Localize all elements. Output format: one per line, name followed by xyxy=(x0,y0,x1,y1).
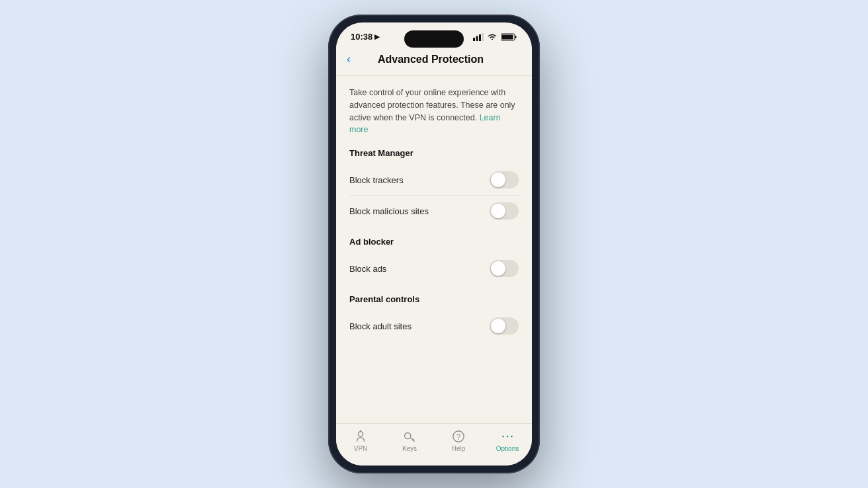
signal-icon xyxy=(473,33,484,41)
battery-icon xyxy=(501,33,517,41)
svg-rect-0 xyxy=(473,38,475,41)
svg-text:?: ? xyxy=(456,432,461,442)
status-icons xyxy=(473,33,517,41)
block-malicious-sites-row: Block malicious sites xyxy=(349,196,519,226)
location-icon: ▶ xyxy=(374,33,380,40)
options-icon xyxy=(500,429,515,444)
block-malicious-sites-label: Block malicious sites xyxy=(349,206,429,216)
svg-rect-1 xyxy=(476,36,478,41)
ad-blocker-section: Ad blocker Block ads xyxy=(349,237,519,284)
phone-screen: 10:38 ▶ xyxy=(336,22,532,466)
svg-point-12 xyxy=(502,436,504,438)
block-adult-sites-row: Block adult sites xyxy=(349,311,519,341)
block-adult-sites-toggle[interactable] xyxy=(490,317,519,335)
block-malicious-sites-toggle[interactable] xyxy=(490,202,519,220)
svg-point-14 xyxy=(511,436,513,438)
tab-keys-label: Keys xyxy=(402,445,417,452)
svg-rect-5 xyxy=(515,36,517,38)
description-text: Take control of your online experience w… xyxy=(349,87,519,136)
svg-point-9 xyxy=(405,433,411,439)
nav-bar: ‹ Advanced Protection xyxy=(336,46,532,76)
threat-manager-section: Threat Manager Block trackers Block mali… xyxy=(349,148,519,226)
back-button[interactable]: ‹ xyxy=(347,50,356,69)
status-time: 10:38 ▶ xyxy=(351,32,380,42)
content-area: Take control of your online experience w… xyxy=(336,76,532,423)
block-ads-label: Block ads xyxy=(349,264,386,274)
phone-frame: 10:38 ▶ xyxy=(328,15,540,473)
dynamic-island xyxy=(404,30,464,48)
block-trackers-toggle[interactable] xyxy=(490,171,519,188)
tab-vpn-label: VPN xyxy=(354,445,368,452)
tab-help-label: Help xyxy=(452,445,466,452)
threat-manager-header: Threat Manager xyxy=(349,148,519,158)
wifi-icon xyxy=(487,33,498,41)
tab-help[interactable]: ? Help xyxy=(434,429,483,452)
svg-rect-2 xyxy=(479,34,481,41)
block-ads-row: Block ads xyxy=(349,253,519,284)
svg-point-13 xyxy=(507,436,509,438)
block-adult-sites-label: Block adult sites xyxy=(349,321,412,331)
tab-vpn[interactable]: VPN xyxy=(336,429,385,452)
ad-blocker-header: Ad blocker xyxy=(349,237,519,247)
keys-icon xyxy=(402,429,417,444)
svg-point-7 xyxy=(358,432,363,436)
tab-options[interactable]: Options xyxy=(483,429,532,452)
block-trackers-row: Block trackers xyxy=(349,165,519,196)
tab-options-label: Options xyxy=(496,445,519,452)
time-display: 10:38 xyxy=(351,32,372,42)
parental-controls-header: Parental controls xyxy=(349,294,519,304)
vpn-icon xyxy=(353,429,368,444)
parental-controls-section: Parental controls Block adult sites xyxy=(349,294,519,341)
svg-rect-3 xyxy=(482,33,484,41)
page-title: Advanced Protection xyxy=(356,54,505,65)
block-ads-toggle[interactable] xyxy=(490,260,519,277)
svg-rect-6 xyxy=(502,34,513,39)
tab-bar: VPN Keys ? Help xyxy=(336,423,532,466)
block-trackers-label: Block trackers xyxy=(349,175,404,185)
tab-keys[interactable]: Keys xyxy=(385,429,434,452)
help-icon: ? xyxy=(451,429,466,444)
